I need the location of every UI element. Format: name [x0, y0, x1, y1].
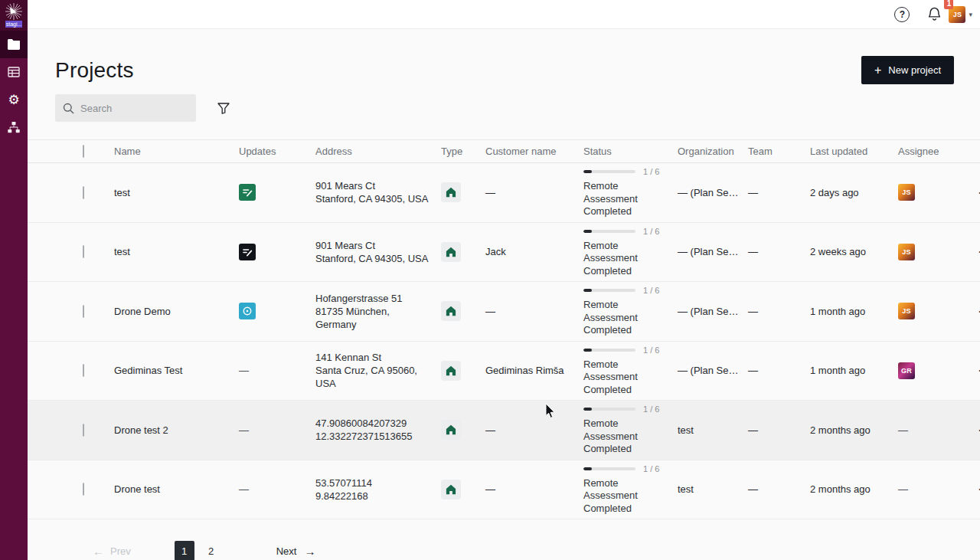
notification-badge: 1 — [944, 0, 953, 9]
progress-bar — [583, 349, 635, 352]
status-label: Remote Assessment Completed — [583, 240, 654, 278]
row-actions-button[interactable]: ··· — [977, 243, 980, 260]
type-chip — [441, 242, 461, 262]
orbit-glyph-icon — [242, 306, 253, 316]
project-name: Gediminas Test — [114, 365, 239, 376]
row-checkbox[interactable] — [83, 245, 84, 258]
row-checkbox[interactable] — [83, 186, 84, 199]
row-actions-button[interactable]: ··· — [977, 303, 980, 320]
assignee-empty: — — [898, 483, 908, 495]
organization: — (Plan Se… — [678, 246, 748, 257]
project-name: Drone test 2 — [114, 424, 239, 436]
pagination-prev[interactable]: ← Prev — [93, 545, 131, 558]
status-label: Remote Assessment Completed — [583, 299, 654, 337]
table-row[interactable]: Drone test — 53.57071114 9.84222168 — [28, 460, 980, 520]
row-checkbox[interactable] — [83, 364, 84, 377]
sidebar-item-tables[interactable] — [0, 58, 28, 86]
table-row[interactable]: Drone test 2 — 47.90860084207329 12.3322… — [28, 401, 980, 460]
row-checkbox[interactable] — [83, 424, 84, 437]
table-body: test — 901 Mears Ct Stanford, CA 94305, … — [28, 163, 980, 519]
filter-button[interactable] — [214, 100, 233, 117]
assignee-empty: — — [898, 424, 908, 436]
sidebar-item-projects[interactable] — [0, 31, 28, 58]
status-cell: 1 / 6 Remote Assessment Completed — [583, 342, 678, 401]
pagination-next[interactable]: Next → — [276, 545, 316, 558]
project-address: 47.90860084207329 12.332272371513655 — [315, 417, 441, 443]
bell-icon — [928, 7, 941, 21]
row-actions-button[interactable]: ··· — [977, 421, 980, 439]
page-title: Projects — [55, 58, 134, 83]
organization: — (Plan Se… — [678, 306, 748, 317]
home-icon — [446, 187, 456, 198]
customer-name: — — [485, 306, 583, 317]
customer-name: — — [485, 424, 583, 436]
search-input[interactable] — [80, 103, 188, 114]
project-address: 53.57071114 9.84222168 — [315, 476, 441, 503]
row-actions-button[interactable]: ··· — [977, 184, 980, 201]
table-row[interactable]: Drone Demo — Hofangerstrasse 51 81735 Mü… — [28, 282, 980, 342]
row-checkbox[interactable] — [83, 305, 84, 318]
notes-glyph-icon — [242, 187, 253, 198]
sidebar-item-settings[interactable]: ⚙ — [0, 86, 28, 113]
page-button-2[interactable]: 2 — [201, 541, 221, 560]
updates-icon[interactable] — [239, 303, 256, 319]
home-icon — [446, 424, 456, 435]
home-icon — [446, 365, 456, 376]
updates-icon[interactable] — [239, 244, 256, 260]
project-address: 141 Kennan St Santa Cruz, CA 95060, USA — [315, 351, 441, 390]
col-name: Name — [114, 146, 239, 157]
progress-label: 1 / 6 — [643, 227, 659, 236]
help-button[interactable]: ? — [894, 7, 910, 22]
type-chip — [441, 301, 461, 321]
filter-funnel-icon — [217, 103, 230, 114]
col-status: Status — [583, 146, 678, 157]
table-row[interactable]: test — 901 Mears Ct Stanford, CA 94305, … — [28, 223, 980, 283]
assignee-avatar: JS — [898, 244, 915, 260]
app-logo[interactable]: stagi... — [0, 0, 28, 31]
customer-name: — — [485, 187, 583, 198]
type-chip — [441, 420, 461, 440]
team: — — [748, 306, 810, 317]
starburst-logo-icon — [5, 2, 23, 21]
col-updates: Updates — [239, 146, 315, 157]
type-chip — [441, 480, 461, 499]
customer-name: Jack — [485, 246, 583, 257]
page-button-1[interactable]: 1 — [175, 541, 194, 560]
row-actions-button[interactable]: ··· — [977, 480, 980, 498]
table-header: Name Updates Address Type Customer name … — [28, 139, 980, 163]
row-actions-button[interactable]: ··· — [977, 362, 980, 379]
progress-label: 1 / 6 — [643, 286, 659, 295]
status-cell: 1 / 6 Remote Assessment Completed — [583, 223, 678, 282]
sidebar-item-organization[interactable] — [0, 113, 28, 141]
updates-icon[interactable] — [239, 184, 256, 201]
table-row[interactable]: test — 901 Mears Ct Stanford, CA 94305, … — [28, 163, 980, 223]
updates-empty: — — [239, 483, 249, 495]
chevron-down-icon[interactable]: ▾ — [969, 11, 972, 18]
row-checkbox[interactable] — [83, 483, 84, 496]
last-updated: 2 days ago — [810, 187, 898, 198]
table-row[interactable]: Gediminas Test — 141 Kennan St Santa Cru… — [28, 342, 980, 401]
progress-label: 1 / 6 — [643, 345, 659, 355]
next-label: Next — [276, 545, 297, 557]
type-chip — [441, 182, 461, 202]
progress-label: 1 / 6 — [643, 464, 659, 473]
home-icon — [446, 306, 456, 316]
notifications-button[interactable]: 1 — [928, 7, 941, 21]
status-label: Remote Assessment Completed — [583, 359, 654, 397]
select-all-checkbox[interactable] — [83, 145, 84, 158]
project-name: test — [114, 246, 239, 257]
customer-name: — — [485, 483, 583, 495]
project-address: Hofangerstrasse 51 81735 München, German… — [315, 292, 441, 331]
team: — — [748, 483, 810, 495]
status-cell: 1 / 6 Remote Assessment Completed — [583, 401, 678, 460]
project-name: Drone Demo — [114, 306, 239, 317]
organization: test — [678, 483, 748, 495]
customer-name: Gediminas Rimša — [485, 365, 583, 376]
new-project-button[interactable]: + New project — [861, 56, 954, 84]
prev-label: Prev — [110, 545, 131, 557]
sidebar: stagi... ⚙ — [0, 0, 28, 560]
progress-label: 1 / 6 — [643, 167, 659, 176]
col-type: Type — [441, 146, 485, 157]
team: — — [748, 187, 810, 198]
arrow-left-icon: ← — [93, 545, 104, 558]
